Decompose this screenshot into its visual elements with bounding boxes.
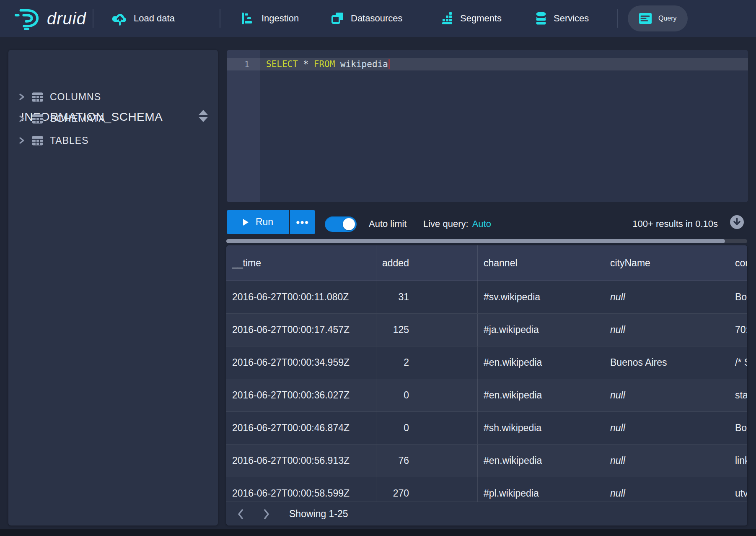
table-icon [32, 92, 43, 102]
more-options-button[interactable]: ••• [290, 210, 315, 234]
chevron-right-icon [18, 114, 25, 123]
cell-channel[interactable]: #ja.wikipedia [478, 314, 604, 346]
tree-item-label: TABLES [50, 135, 89, 146]
more-icon: ••• [296, 216, 309, 228]
cell-added-value: 76 [382, 445, 409, 477]
column-header-added[interactable]: added [376, 245, 478, 281]
cell-cityname[interactable]: null [604, 314, 729, 346]
nav-item-datasources[interactable]: Datasources [331, 0, 403, 37]
cell-comment[interactable]: sta [729, 379, 747, 411]
cell-channel[interactable]: #sv.wikipedia [478, 281, 604, 313]
bottom-edge-strip [0, 529, 756, 536]
table-row: 2016-06-27T00:00:46.874Z 0 #sh.wikipedia… [226, 412, 747, 445]
prev-page-button[interactable] [234, 507, 247, 521]
table-row: 2016-06-27T00:00:36.027Z 0 #en.wikipedia… [226, 379, 747, 412]
table-icon [32, 114, 43, 124]
play-icon [243, 219, 249, 226]
schema-sidebar: INFORMATION_SCHEMA COLUMNS [8, 50, 218, 526]
cell-cityname[interactable]: null [604, 281, 729, 313]
nav-item-load-data[interactable]: Load data [112, 0, 175, 37]
cell-time[interactable]: 2016-06-27T00:00:17.457Z [226, 314, 376, 346]
cell-added-value: 0 [382, 412, 409, 444]
nav-divider [617, 9, 618, 28]
tree-item-label: SCHEMATA [50, 113, 105, 125]
cell-time[interactable]: 2016-06-27T00:00:56.913Z [226, 445, 376, 477]
nav-divider [220, 9, 220, 28]
cell-channel[interactable]: #sh.wikipedia [478, 412, 604, 444]
scrollbar-thumb[interactable] [226, 239, 725, 243]
nav-item-services[interactable]: Services [535, 0, 589, 37]
schema-tree: COLUMNS SCHEMATA [18, 86, 214, 151]
nav-item-query[interactable]: Query [628, 5, 688, 31]
sql-editor[interactable]: 1 SELECT * FROM wikipedia [227, 50, 748, 202]
download-results-button[interactable] [730, 215, 744, 229]
tree-item-columns[interactable]: COLUMNS [18, 86, 214, 108]
cell-time[interactable]: 2016-06-27T00:00:11.080Z [226, 281, 376, 313]
cell-channel[interactable]: #en.wikipedia [478, 379, 604, 411]
cell-time[interactable]: 2016-06-27T00:00:34.959Z [226, 346, 376, 379]
column-header-time[interactable]: __time [226, 245, 376, 281]
cell-added[interactable]: 0 [376, 412, 478, 444]
auto-limit-toggle[interactable] [325, 216, 357, 232]
nav-item-label: Segments [460, 13, 502, 24]
column-header-cityname[interactable]: cityName [604, 245, 729, 281]
table-icon [32, 136, 43, 146]
results-panel: __time added channel cityName comment 20… [226, 245, 747, 526]
cell-added[interactable]: 0 [376, 379, 478, 411]
cloud-upload-icon [112, 11, 127, 26]
run-button[interactable]: Run [227, 210, 289, 234]
cell-time[interactable]: 2016-06-27T00:00:36.027Z [226, 379, 376, 411]
table-row: 2016-06-27T00:00:17.457Z 125 #ja.wikiped… [226, 314, 747, 346]
cell-added[interactable]: 31 [376, 281, 478, 313]
tree-item-tables[interactable]: TABLES [18, 130, 214, 151]
text-cursor [388, 59, 390, 69]
tree-item-schemata[interactable]: SCHEMATA [18, 108, 214, 130]
next-page-button[interactable] [260, 507, 273, 521]
sql-keyword: FROM [314, 59, 335, 69]
cell-channel[interactable]: #en.wikipedia [478, 445, 604, 477]
top-nav: druid Load data Ingestion [0, 0, 756, 37]
cell-comment[interactable]: link [729, 445, 747, 477]
live-query: Live query:Auto [423, 219, 491, 229]
tree-item-label: COLUMNS [50, 91, 101, 103]
run-button-group: Run ••• [227, 210, 315, 234]
cell-cityname[interactable]: null [604, 412, 729, 444]
nav-item-ingestion[interactable]: Ingestion [241, 0, 299, 37]
nav-item-segments[interactable]: Segments [440, 0, 502, 37]
cell-cityname[interactable]: Buenos Aires [604, 346, 729, 379]
toggle-knob [343, 218, 355, 230]
pagination-label: Showing 1-25 [289, 502, 348, 526]
table-row: 2016-06-27T00:00:56.913Z 76 #en.wikipedi… [226, 445, 747, 477]
nav-item-label: Load data [134, 13, 175, 24]
druid-logo[interactable]: druid [14, 0, 86, 37]
database-icon [535, 11, 547, 26]
cell-cityname[interactable]: null [604, 379, 729, 411]
cell-comment[interactable]: Bot [729, 412, 747, 444]
cell-comment[interactable]: /* S [729, 346, 747, 379]
bar-chart-icon [440, 12, 454, 25]
cell-channel[interactable]: #en.wikipedia [478, 346, 604, 379]
nav-divider [93, 9, 93, 28]
sql-keyword: SELECT [266, 59, 298, 69]
editor-gutter [227, 50, 260, 202]
cell-added[interactable]: 76 [376, 445, 478, 477]
cell-added[interactable]: 2 [376, 346, 478, 379]
column-header-comment[interactable]: comment [729, 245, 747, 281]
layers-icon [331, 12, 344, 25]
chevron-right-icon [18, 136, 25, 145]
table-row: 2016-06-27T00:00:11.080Z 31 #sv.wikipedi… [226, 281, 747, 314]
logo-text: druid [47, 9, 86, 28]
cell-comment[interactable]: 70: [729, 314, 747, 346]
column-header-channel[interactable]: channel [478, 245, 604, 281]
cell-added[interactable]: 125 [376, 314, 478, 346]
cell-added-value: 2 [382, 346, 409, 379]
cell-comment[interactable]: Bot [729, 281, 747, 313]
sql-operator: * [298, 59, 314, 69]
cell-time[interactable]: 2016-06-27T00:00:46.874Z [226, 412, 376, 444]
sql-identifier: wikipedia [335, 59, 388, 69]
horizontal-scrollbar [226, 239, 747, 243]
cell-added-value: 125 [382, 314, 409, 346]
pagination-bar: Showing 1-25 [226, 502, 747, 526]
cell-cityname[interactable]: null [604, 445, 729, 477]
live-query-value[interactable]: Auto [472, 219, 491, 229]
